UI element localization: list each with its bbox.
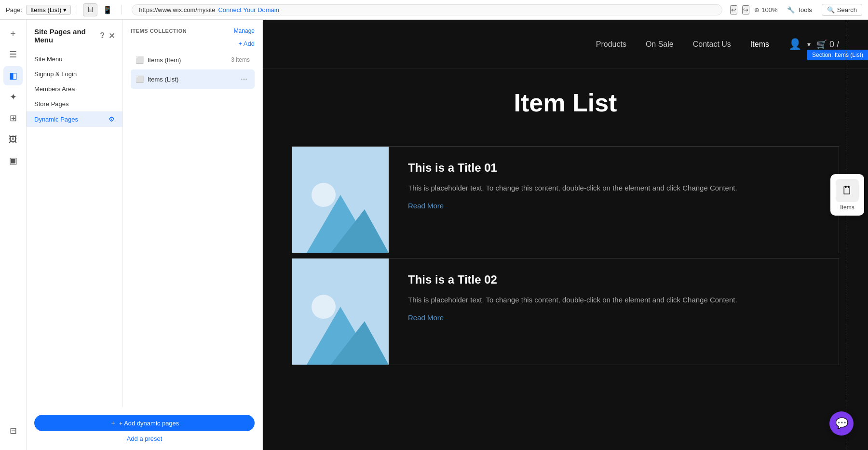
nav-items[interactable]: Items <box>750 40 769 49</box>
tools-button[interactable]: 🔧 Tools <box>782 4 816 15</box>
table-row: This is a Title 02 This is placeholder t… <box>292 258 839 365</box>
media-icon: 🖼 <box>9 135 17 145</box>
undo-button[interactable]: ↩ <box>730 5 737 14</box>
add-page-link[interactable]: + Add <box>238 40 255 47</box>
layers-icon: ⊟ <box>10 425 17 436</box>
nav-item-signup-login[interactable]: Signup & Login <box>27 67 122 82</box>
page-name-items-item: Items (Item) <box>148 56 227 64</box>
item-content-01: This is a Title 01 This is placeholder t… <box>389 147 839 253</box>
page-options-button[interactable]: ··· <box>238 73 250 85</box>
item-title-01: This is a Title 01 <box>408 161 819 175</box>
item-desc-02: This is placeholder text. To change this… <box>408 294 819 306</box>
layers-button[interactable]: ⊟ <box>3 421 23 440</box>
zoom-icon: ⊕ <box>754 6 760 14</box>
pages-button[interactable]: ☰ <box>3 45 23 64</box>
panel-title: Site Pages and Menu <box>34 27 100 44</box>
site-pages-panel: Site Pages and Menu ? ✕ Site Menu Signup… <box>27 20 263 450</box>
chevron-icon: ▾ <box>807 41 811 48</box>
close-icon[interactable]: ✕ <box>108 31 115 41</box>
add-pages-header: + Add <box>131 40 255 47</box>
zoom-control[interactable]: ⊕ 100% <box>754 6 777 14</box>
dynamic-pages-section-label: ITEMS COLLECTION <box>131 28 187 34</box>
search-icon: 🔍 <box>827 6 835 14</box>
page-item-items-item[interactable]: ⬜ Items (Item) 3 items <box>131 52 255 68</box>
nav-on-sale[interactable]: On Sale <box>646 40 674 49</box>
mobile-view-button[interactable]: 📱 <box>99 3 116 16</box>
item-title-02: This is a Title 02 <box>408 273 819 286</box>
media-button[interactable]: 🖼 <box>3 130 23 149</box>
page-icon-items-item: ⬜ <box>136 56 144 64</box>
site-nav-icons: 👤 ▾ 🛒 0 / <box>788 38 839 51</box>
svg-point-1 <box>312 183 336 207</box>
items-widget-icon: 🗒 <box>836 179 859 202</box>
nav-products[interactable]: Products <box>596 40 626 49</box>
add-dynamic-plus-icon: ＋ <box>110 419 116 427</box>
panel-header: Site Pages and Menu ? ✕ <box>27 27 122 52</box>
panel-content: ITEMS COLLECTION Manage + Add ⬜ Items (I… <box>123 20 262 450</box>
url-bar: https://www.wix.com/mysite Connect Your … <box>132 4 722 15</box>
svg-point-5 <box>312 295 336 319</box>
manage-link[interactable]: Manage <box>234 27 255 34</box>
page-name-items-list: Items (List) <box>148 76 234 83</box>
chevron-down-icon: ▾ <box>63 6 67 14</box>
add-elements-button[interactable]: ＋ <box>3 24 23 43</box>
nav-item-dynamic-pages[interactable]: Dynamic Pages ⚙ <box>27 111 122 127</box>
pages-icon: ☰ <box>9 49 17 60</box>
desktop-view-button[interactable]: 🖥 <box>83 3 97 16</box>
nav-item-store-pages[interactable]: Store Pages <box>27 96 122 111</box>
items-widget[interactable]: 🗒 Items <box>830 174 864 216</box>
page-title-section: Item List <box>263 69 868 146</box>
add-icon: ＋ <box>9 27 17 39</box>
dynamic-pages-settings-icon[interactable]: ⚙ <box>108 115 115 123</box>
table-row: This is a Title 01 This is placeholder t… <box>292 146 839 253</box>
device-icons: 🖥 📱 <box>83 3 116 16</box>
item-content-02: This is a Title 02 This is placeholder t… <box>389 259 839 365</box>
page-count-items-item: 3 items <box>231 56 250 63</box>
chat-bubble-button[interactable]: 💬 <box>829 411 854 436</box>
topbar-divider-1 <box>77 5 77 14</box>
nav-item-members-area[interactable]: Members Area <box>27 82 122 96</box>
read-more-link-02[interactable]: Read More <box>408 314 819 322</box>
item-gap <box>263 254 868 258</box>
add-dynamic-pages-button[interactable]: ＋ + Add dynamic pages <box>34 415 255 431</box>
page-label: Page: <box>6 6 22 14</box>
components-button[interactable]: ▣ <box>3 151 23 170</box>
panel-add-footer: ＋ + Add dynamic pages Add a preset <box>27 407 262 450</box>
panel-nav: Site Pages and Menu ? ✕ Site Menu Signup… <box>27 20 123 450</box>
url-text: https://www.wix.com/mysite <box>139 6 215 14</box>
design-icon: ✦ <box>10 92 17 102</box>
help-icon[interactable]: ? <box>100 31 105 41</box>
site-preview: Products On Sale Contact Us Items 👤 ▾ 🛒 … <box>263 20 868 450</box>
apps-button[interactable]: ⊞ <box>3 109 23 128</box>
connect-domain-link[interactable]: Connect Your Domain <box>218 6 279 14</box>
page-selector-value: Items (List) <box>30 6 61 14</box>
redo-button[interactable]: ↪ <box>742 5 749 14</box>
zoom-value: 100% <box>761 6 777 14</box>
topbar: Page: Items (List) ▾ 🖥 📱 https://www.wix… <box>0 0 868 20</box>
sidebar-bottom: ⊟ <box>3 421 23 440</box>
topbar-right: ↩ ↪ ⊕ 100% 🔧 Tools 🔍 Search <box>730 4 862 16</box>
site-pages-button[interactable]: ◧ <box>3 66 23 85</box>
components-icon: ▣ <box>9 155 17 166</box>
chat-icon: 💬 <box>835 417 848 430</box>
nav-item-site-menu[interactable]: Site Menu <box>27 52 122 67</box>
search-button[interactable]: 🔍 Search <box>822 4 862 16</box>
site-pages-icon: ◧ <box>9 70 17 81</box>
avatar-icon[interactable]: 👤 <box>788 38 801 51</box>
site-nav: Products On Sale Contact Us Items 👤 ▾ 🛒 … <box>263 20 868 69</box>
topbar-divider-2 <box>122 5 122 14</box>
canvas: Products On Sale Contact Us Items 👤 ▾ 🛒 … <box>263 20 868 450</box>
apps-icon: ⊞ <box>10 113 17 123</box>
page-selector[interactable]: Items (List) ▾ <box>26 5 71 15</box>
read-more-link-01[interactable]: Read More <box>408 202 819 210</box>
page-title: Item List <box>263 88 868 117</box>
item-desc-01: This is placeholder text. To change this… <box>408 182 819 194</box>
items-widget-label: Items <box>840 204 854 211</box>
page-item-items-list[interactable]: ⬜ Items (List) ··· <box>131 69 255 89</box>
add-preset-link[interactable]: Add a preset <box>127 435 163 442</box>
design-button[interactable]: ✦ <box>3 87 23 107</box>
nav-contact-us[interactable]: Contact Us <box>693 40 731 49</box>
panel-header-icons: ? ✕ <box>100 31 115 41</box>
cart-icon[interactable]: 🛒 0 / <box>816 39 839 50</box>
dynamic-pages-section-header: ITEMS COLLECTION Manage <box>131 27 255 34</box>
